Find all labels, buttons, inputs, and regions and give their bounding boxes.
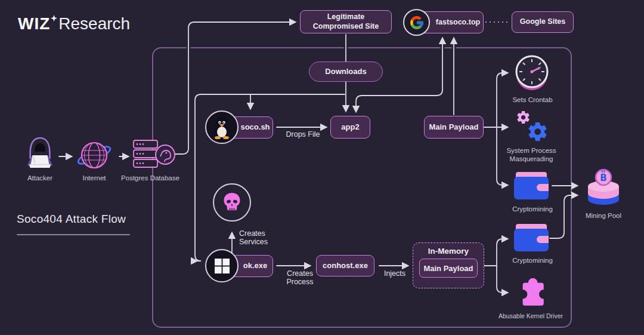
wallet-icon xyxy=(514,171,549,199)
drops-file-label: Drops File xyxy=(279,130,327,139)
soco-sh-label: soco.sh xyxy=(240,122,270,132)
windows-icon xyxy=(205,249,239,282)
title-underline xyxy=(17,234,130,235)
postgres-label: Postgres Database xyxy=(117,174,184,183)
skull-icon xyxy=(213,183,251,222)
wallet-icon xyxy=(514,223,549,251)
internet-label: Internet xyxy=(70,174,118,183)
linux-tux-icon xyxy=(205,110,239,144)
downloads-node: Downloads xyxy=(309,62,383,82)
google-g-icon xyxy=(403,9,430,36)
clock-icon xyxy=(513,54,551,93)
logo-wiz-text: WIZ xyxy=(18,14,50,33)
attacker-icon xyxy=(24,135,56,172)
mining-pool-label: Mining Pool xyxy=(582,212,625,220)
gears-icon xyxy=(514,109,549,144)
legitimate-compromised-site-node: Legitimate Compromised Site xyxy=(300,10,392,33)
in-memory-payload-label: Main Payload xyxy=(423,264,473,273)
globe-icon xyxy=(76,137,112,173)
fastsoco-label: fastsoco.top xyxy=(436,18,480,27)
google-sites-node: Google Sites xyxy=(512,11,574,33)
in-memory-node: In-Memory Main Payload xyxy=(413,242,484,288)
downloads-label: Downloads xyxy=(325,67,366,76)
app2-label: app2 xyxy=(341,122,359,132)
creates-services-label: Creates Services xyxy=(239,229,281,247)
main-payload-node: Main Payload xyxy=(424,116,484,139)
cryptomining-2-label: Cryptomining xyxy=(506,257,559,265)
system-process-masquerading-label: System Process Masquerading xyxy=(499,147,564,164)
ok-exe-label: ok.exe xyxy=(243,261,267,271)
legitimate-compromised-site-label: Legitimate Compromised Site xyxy=(305,13,386,31)
conhost-label: conhost.exe xyxy=(323,261,368,271)
in-memory-payload-node: Main Payload xyxy=(419,259,478,278)
app2-node: app2 xyxy=(330,116,370,139)
injects-label: Injects xyxy=(378,269,411,278)
abusable-kernel-driver-label: Abusable Kernel Driver xyxy=(494,312,568,320)
logo-research-text: Research xyxy=(58,14,130,33)
google-sites-label: Google Sites xyxy=(520,17,565,27)
sets-crontab-label: Sets Crontab xyxy=(504,96,561,105)
main-payload-label: Main Payload xyxy=(429,122,478,132)
cryptomining-1-label: Cryptomining xyxy=(506,205,559,214)
in-memory-title: In-Memory xyxy=(413,247,484,256)
conhost-node: conhost.exe xyxy=(316,255,374,276)
diagram-title: Soco404 Attack Flow xyxy=(17,213,126,226)
coin-stack-icon: B xyxy=(585,168,622,206)
postgres-icon xyxy=(132,139,177,173)
soco404-attack-flow-diagram: WIZ Research Soco404 Attack Flow Attacke… xyxy=(0,0,644,335)
svg-text:B: B xyxy=(600,173,606,183)
puzzle-icon xyxy=(513,273,547,308)
wiz-research-logo: WIZ Research xyxy=(18,14,130,33)
attacker-label: Attacker xyxy=(16,174,64,183)
sparkle-icon xyxy=(51,13,57,24)
